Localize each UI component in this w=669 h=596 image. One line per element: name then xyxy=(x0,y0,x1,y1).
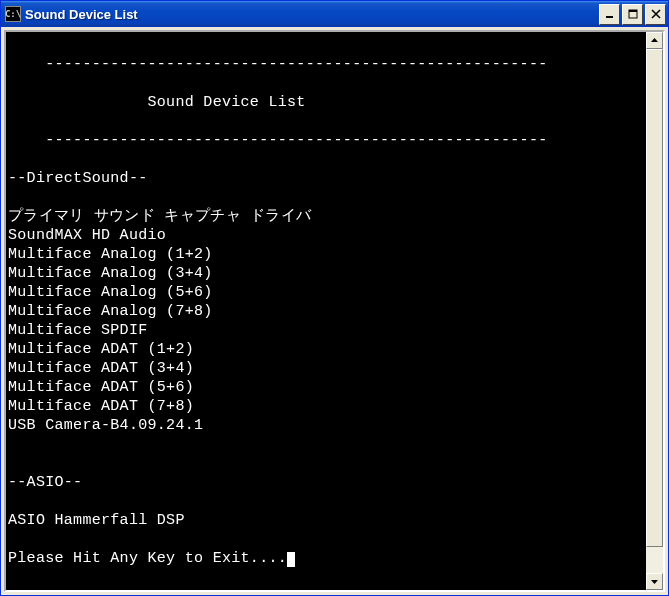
client-area: ----------------------------------------… xyxy=(1,27,668,595)
window-frame: C:\ Sound Device List ------------------… xyxy=(0,0,669,596)
scrollbar-thumb[interactable] xyxy=(646,49,663,547)
vertical-scrollbar[interactable] xyxy=(646,32,663,590)
window-controls xyxy=(599,4,666,25)
titlebar[interactable]: C:\ Sound Device List xyxy=(1,1,668,27)
app-icon: C:\ xyxy=(5,6,21,22)
console-frame: ----------------------------------------… xyxy=(4,30,665,592)
svg-rect-2 xyxy=(629,10,637,12)
cursor xyxy=(287,552,295,567)
scroll-up-button[interactable] xyxy=(646,32,663,49)
minimize-button[interactable] xyxy=(599,4,620,25)
window-title: Sound Device List xyxy=(25,7,599,22)
scroll-down-button[interactable] xyxy=(646,573,663,590)
console-output: ----------------------------------------… xyxy=(6,32,646,590)
svg-rect-0 xyxy=(606,16,613,18)
close-button[interactable] xyxy=(645,4,666,25)
scrollbar-track[interactable] xyxy=(646,49,663,573)
maximize-button[interactable] xyxy=(622,4,643,25)
